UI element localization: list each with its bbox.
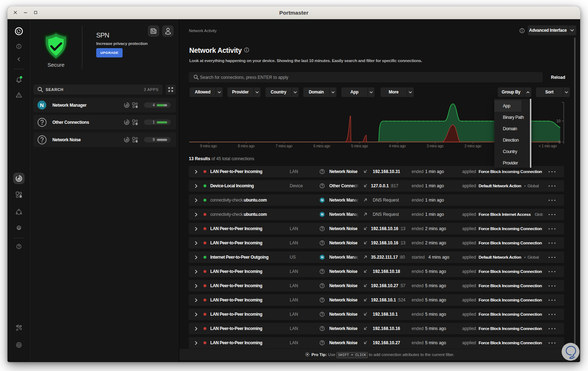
svg-text:3 mins ago: 3 mins ago bbox=[427, 144, 444, 148]
svg-text:5 mins ago: 5 mins ago bbox=[351, 144, 368, 148]
svg-text:6 mins ago: 6 mins ago bbox=[314, 144, 331, 148]
svg-text:< 1 min ago: < 1 min ago bbox=[539, 144, 557, 148]
svg-text:4 mins ago: 4 mins ago bbox=[389, 144, 406, 148]
svg-text:8 mins ago: 8 mins ago bbox=[238, 144, 255, 148]
svg-text:9 mins ago: 9 mins ago bbox=[200, 144, 217, 148]
svg-text:7 mins ago: 7 mins ago bbox=[276, 144, 293, 148]
svg-text:2 mins ago: 2 mins ago bbox=[465, 144, 482, 148]
svg-text:10: 10 bbox=[556, 119, 561, 123]
svg-text:0: 0 bbox=[558, 140, 561, 144]
